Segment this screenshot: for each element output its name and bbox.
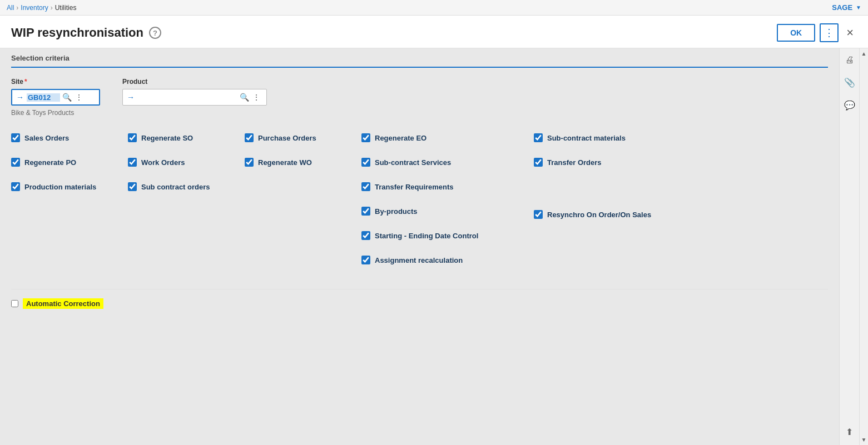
auto-correction-row: Automatic Correction: [11, 298, 828, 309]
cb-byproducts-label[interactable]: By-products: [375, 207, 418, 216]
app-bar: All › Inventory › Utilities SAGE ▼: [0, 0, 868, 16]
cb-purchase-orders[interactable]: [245, 133, 254, 142]
cb-transfer-requirements[interactable]: [361, 182, 370, 191]
cb-assignment[interactable]: [361, 256, 370, 264]
cb-regen-wo-label[interactable]: Regenerate WO: [258, 158, 312, 167]
site-label: Site*: [11, 78, 100, 86]
fields-row: Site* → 🔍 ⋮ Bike & Toys Products Product: [11, 78, 828, 117]
modal-header: WIP resynchronisation ? OK ⋮ ×: [0, 16, 868, 48]
checkbox-prod-materials: Production materials: [11, 174, 128, 199]
cb-work-orders[interactable]: [128, 158, 137, 167]
cb-auto-correction[interactable]: [11, 300, 18, 307]
checkbox-col-2: Regenerate SO Work Orders Sub contract o…: [128, 126, 245, 272]
checkbox-col-5: Sub-contract materials Transfer Orders R…: [534, 126, 690, 272]
ok-button[interactable]: OK: [777, 24, 815, 42]
auto-correction-label[interactable]: Automatic Correction: [23, 298, 103, 309]
print-icon[interactable]: 🖨: [843, 53, 856, 67]
checkbox-sales-orders: Sales Orders: [11, 126, 128, 150]
cb-byproducts[interactable]: [361, 207, 370, 216]
checkbox-col-3: Purchase Orders Regenerate WO: [245, 126, 361, 272]
cb-sales-orders-label[interactable]: Sales Orders: [24, 134, 69, 142]
cb-transfer-orders-label[interactable]: Transfer Orders: [547, 158, 602, 167]
user-label[interactable]: SAGE: [832, 3, 852, 12]
cb-starting-ending-label[interactable]: Starting - Ending Date Control: [375, 232, 478, 240]
cb-sub-contract-orders-label[interactable]: Sub contract orders: [141, 183, 210, 191]
checkbox-byproducts: By-products: [361, 207, 418, 216]
cb-sub-contract-services-label[interactable]: Sub-contract Services: [375, 158, 451, 167]
site-arrow-icon[interactable]: →: [14, 93, 26, 102]
scroll-up-icon[interactable]: ▲: [859, 48, 868, 59]
product-input[interactable]: [137, 93, 237, 102]
checkbox-resynchro: Resynchro On Order/On Sales: [534, 202, 690, 227]
cb-regen-eo[interactable]: [361, 133, 370, 142]
checkbox-starting-ending: Starting - Ending Date Control: [361, 223, 534, 248]
checkbox-col-4: Regenerate EO Sub-contract Services Tran…: [361, 126, 534, 272]
app-bar-right: SAGE ▼: [832, 3, 861, 12]
site-subtitle: Bike & Toys Products: [11, 109, 100, 117]
comment-icon[interactable]: 💬: [842, 98, 857, 113]
cb-work-orders-label[interactable]: Work Orders: [141, 158, 185, 167]
site-input-container: → 🔍 ⋮: [11, 89, 100, 106]
product-more-icon[interactable]: ⋮: [251, 93, 261, 102]
checkbox-transfer-requirements: Transfer Requirements: [361, 174, 534, 199]
close-button[interactable]: ×: [843, 26, 857, 40]
product-search-icon[interactable]: 🔍: [239, 93, 250, 102]
cb-resynchro[interactable]: [534, 210, 543, 219]
cb-purchase-orders-label[interactable]: Purchase Orders: [258, 134, 316, 142]
upload-icon[interactable]: ⬆: [844, 424, 855, 439]
site-more-icon[interactable]: ⋮: [74, 93, 84, 102]
site-input[interactable]: [27, 93, 60, 102]
cb-sales-orders[interactable]: [11, 133, 20, 142]
cb-resynchro-label[interactable]: Resynchro On Order/On Sales: [547, 211, 651, 219]
cb-regen-so[interactable]: [128, 133, 137, 142]
checkbox-transfer-orders: Transfer Orders: [534, 150, 690, 174]
cb-sub-contract-orders[interactable]: [128, 182, 137, 191]
cb-transfer-orders[interactable]: [534, 158, 543, 167]
sidebar-right: 🖨 📎 💬 ⬆: [839, 48, 859, 445]
breadcrumb: All › Inventory › Utilities: [7, 4, 76, 12]
site-search-icon[interactable]: 🔍: [61, 93, 73, 102]
cb-regen-eo-label[interactable]: Regenerate EO: [375, 134, 426, 142]
checkbox-regen-po: Regenerate PO: [11, 150, 128, 174]
checkbox-col-1: Sales Orders Regenerate PO Production ma…: [11, 126, 128, 272]
cb-sub-contract-services[interactable]: [361, 158, 370, 167]
auto-correction-section: Automatic Correction: [11, 289, 828, 309]
breadcrumb-inventory[interactable]: Inventory: [21, 4, 48, 12]
cb-assignment-label[interactable]: Assignment recalculation: [375, 256, 463, 264]
cb-regen-so-label[interactable]: Regenerate SO: [141, 134, 193, 142]
checkbox-regen-eo: Regenerate EO: [361, 126, 534, 150]
modal-title: WIP resynchronisation: [11, 26, 143, 40]
user-caret-icon[interactable]: ▼: [856, 4, 861, 11]
byproducts-row: By-products: [361, 199, 534, 223]
cb-starting-ending[interactable]: [361, 231, 370, 240]
cb-regen-po[interactable]: [11, 158, 20, 167]
cb-prod-materials-label[interactable]: Production materials: [24, 183, 96, 191]
attach-icon[interactable]: 📎: [842, 75, 857, 90]
checkbox-sub-contract-materials: Sub-contract materials: [534, 126, 690, 150]
checkbox-sub-contract-orders: Sub contract orders: [128, 174, 245, 199]
product-label: Product: [122, 78, 267, 86]
product-arrow-icon[interactable]: →: [125, 93, 136, 102]
main-content: Selection criteria Site* → 🔍 ⋮: [0, 48, 839, 445]
checkbox-assignment: Assignment recalculation: [361, 248, 534, 272]
cb-regen-po-label[interactable]: Regenerate PO: [24, 158, 76, 167]
cb-transfer-requirements-label[interactable]: Transfer Requirements: [375, 183, 454, 191]
cb-sub-contract-materials[interactable]: [534, 133, 543, 142]
checkbox-purchase-orders: Purchase Orders: [245, 126, 361, 150]
cb-prod-materials[interactable]: [11, 182, 20, 191]
more-button[interactable]: ⋮: [820, 23, 839, 42]
breadcrumb-all[interactable]: All: [7, 4, 14, 12]
checkbox-regen-wo: Regenerate WO: [245, 150, 361, 174]
scrollbar[interactable]: ▲ ▼: [859, 48, 868, 445]
checkbox-regen-so: Regenerate SO: [128, 126, 245, 150]
help-icon[interactable]: ?: [149, 27, 161, 39]
cb-regen-wo[interactable]: [245, 158, 254, 167]
cb-sub-contract-materials-label[interactable]: Sub-contract materials: [547, 134, 626, 142]
modal-actions: OK ⋮ ×: [777, 23, 857, 42]
product-input-container: → 🔍 ⋮: [122, 89, 267, 106]
breadcrumb-utilities: Utilities: [55, 4, 77, 12]
scroll-down-icon[interactable]: ▼: [859, 434, 868, 445]
product-field-group: Product → 🔍 ⋮: [122, 78, 267, 106]
section-header: Selection criteria: [11, 48, 828, 68]
checkboxes-area: Sales Orders Regenerate PO Production ma…: [11, 126, 828, 272]
